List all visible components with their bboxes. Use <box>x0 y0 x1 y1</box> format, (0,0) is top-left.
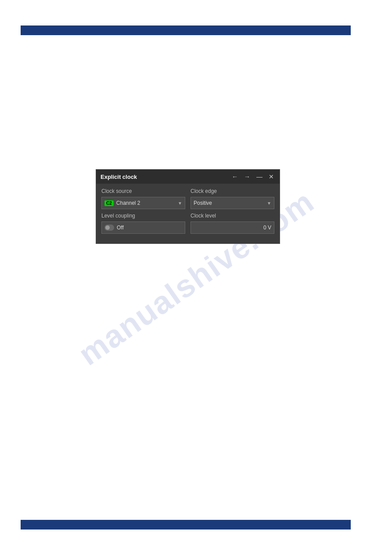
dialog-controls: ← → — ✕ <box>230 173 275 180</box>
clock-edge-field: Clock edge Positive ▼ <box>191 188 274 209</box>
clock-source-dropdown[interactable]: C2 Channel 2 ▼ <box>101 197 185 209</box>
minimize-button[interactable]: — <box>255 173 264 180</box>
explicit-clock-dialog: Explicit clock ← → — ✕ Clock source C2 C… <box>96 169 280 244</box>
forward-arrow-button[interactable]: → <box>243 173 252 180</box>
top-bar <box>21 25 351 35</box>
clock-level-value[interactable]: 0 V <box>191 221 274 234</box>
row-level-coupling-clock-level: Level coupling Off Clock level 0 V <box>101 213 274 234</box>
toggle-off-label: Off <box>117 225 124 231</box>
clock-edge-value: Positive <box>194 200 212 206</box>
level-coupling-toggle[interactable]: Off <box>101 221 185 234</box>
clock-level-field: Clock level 0 V <box>191 213 274 234</box>
bottom-bar <box>21 520 351 530</box>
dialog-title: Explicit clock <box>101 174 137 180</box>
dialog-titlebar: Explicit clock ← → — ✕ <box>96 170 280 184</box>
clock-source-dropdown-arrow: ▼ <box>178 201 182 206</box>
channel-name: Channel 2 <box>116 200 140 206</box>
clock-level-display: 0 V <box>263 225 271 231</box>
dialog-body: Clock source C2 Channel 2 ▼ Clock edge P… <box>96 184 280 243</box>
clock-edge-dropdown-arrow: ▼ <box>267 201 271 206</box>
channel-badge: C2 <box>104 200 114 206</box>
back-arrow-button[interactable]: ← <box>230 173 239 180</box>
clock-edge-dropdown[interactable]: Positive ▼ <box>191 197 274 209</box>
clock-level-label: Clock level <box>191 213 274 219</box>
toggle-switch <box>104 225 114 231</box>
close-button[interactable]: ✕ <box>267 173 275 180</box>
toggle-knob <box>105 225 110 230</box>
level-coupling-field: Level coupling Off <box>101 213 185 234</box>
clock-source-field: Clock source C2 Channel 2 ▼ <box>101 188 185 209</box>
clock-source-label: Clock source <box>101 188 185 194</box>
level-coupling-label: Level coupling <box>101 213 185 219</box>
clock-edge-label: Clock edge <box>191 188 274 194</box>
dropdown-channel-display: C2 Channel 2 <box>104 200 140 206</box>
row-clock-source-edge: Clock source C2 Channel 2 ▼ Clock edge P… <box>101 188 274 209</box>
